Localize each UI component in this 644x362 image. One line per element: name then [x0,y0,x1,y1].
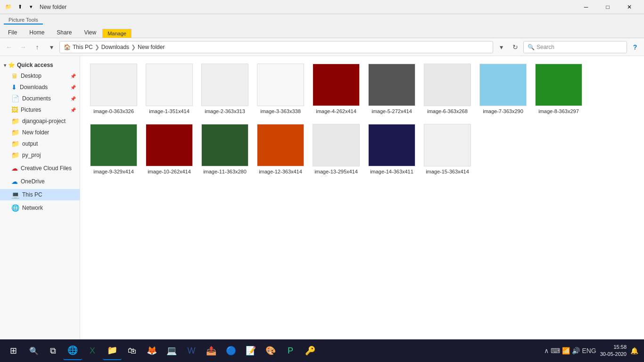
maximize-button[interactable]: □ [597,0,619,14]
file-name-0: image-0-363x326 [93,108,134,115]
taskbar-explorer[interactable]: 📁 [103,341,122,360]
address-path[interactable]: 🏠 This PC ❯ Downloads ❯ New folder [59,41,493,53]
this-pc-section: 💻 This PC [0,189,80,200]
path-sep-2: ❯ [131,44,136,50]
file-item-6[interactable]: image-6-363x268 [421,61,473,117]
creative-cloud-section: ☁ Creative Cloud Files [0,163,80,174]
pyproj-icon: 📁 [11,151,19,159]
sidebar-item-desktop[interactable]: 🖥 Desktop 📌 [0,70,80,82]
close-button[interactable]: ✕ [619,0,640,14]
tab-share[interactable]: Share [50,27,78,38]
file-name-7: image-7-363x290 [483,108,523,115]
taskbar-paint[interactable]: 🎨 [261,341,280,360]
taskbar-excel[interactable]: X [83,341,102,360]
path-new-folder[interactable]: New folder [138,44,165,50]
newfolder-icon: 📁 [11,129,19,136]
file-item-9[interactable]: image-9-329x414 [88,121,140,178]
tab-home[interactable]: Home [23,27,50,38]
sidebar-item-pictures[interactable]: 🖼 Pictures 📌 [0,104,80,115]
picture-tools-label: Picture Tools [4,16,43,25]
tray-up-arrow[interactable]: ∧ [544,347,549,354]
taskbar-chrome[interactable]: 🔵 [222,341,240,360]
sidebar-item-djangoapi[interactable]: 📁 djangoapi-project [0,115,80,127]
taskbar-firefox[interactable]: 🦊 [142,341,161,360]
output-icon: 📁 [11,140,19,148]
start-button[interactable]: ⊞ [2,339,25,362]
taskbar-app3[interactable]: 🔑 [301,341,320,360]
file-item-4[interactable]: image-4-262x414 [310,61,362,117]
file-item-0[interactable]: image-0-363x326 [88,61,140,117]
tab-manage[interactable]: Manage [102,29,132,38]
tray-keyboard[interactable]: ⌨ [551,347,560,354]
taskbar-search-button[interactable]: 🔍 [25,342,42,359]
sidebar-item-newfolder[interactable]: 📁 New folder [0,127,80,138]
file-item-1[interactable]: image-1-351x414 [143,61,195,117]
taskbar-sticky[interactable]: 📝 [241,341,260,360]
sidebar-item-creative-cloud[interactable]: ☁ Creative Cloud Files [0,163,80,174]
path-downloads[interactable]: Downloads [101,44,129,50]
forward-button[interactable]: → [17,41,29,53]
tb-icon-2: ▾ [26,2,36,12]
sidebar-item-cc-label: Creative Cloud Files [21,165,72,172]
tray-icons: ∧ ⌨ 📶 🔊 ENG [544,347,596,354]
sidebar-item-network-label: Network [22,205,43,211]
file-item-13[interactable]: image-13-295x414 [310,121,362,178]
taskbar-app1[interactable]: 💻 [162,341,181,360]
file-item-3[interactable]: image-3-363x338 [255,61,306,117]
path-this-pc[interactable]: This PC [73,44,93,50]
up-button[interactable]: ↑ [31,41,43,53]
file-item-7[interactable]: image-7-363x290 [477,61,529,117]
file-item-15[interactable]: image-15-363x414 [421,121,473,178]
tab-file[interactable]: File [2,27,23,38]
help-button[interactable]: ? [629,41,641,53]
file-item-10[interactable]: image-10-262x414 [143,121,195,178]
search-placeholder: Search [537,44,554,50]
minimize-button[interactable]: ─ [575,0,597,14]
file-item-5[interactable]: image-5-272x414 [366,61,418,117]
file-name-9: image-9-329x414 [93,168,134,175]
tray-volume[interactable]: 🔊 [572,347,580,354]
path-dropdown-button[interactable]: ▾ [495,41,507,53]
file-name-15: image-15-363x414 [426,168,469,175]
taskbar-pycharm[interactable]: P [281,341,300,360]
taskbar-edge[interactable]: 🌐 [63,341,82,360]
recent-locations-button[interactable]: ▾ [45,41,58,53]
tray-lang[interactable]: ENG [582,347,596,354]
taskbar-clock[interactable]: 15:58 30-05-2020 [600,344,627,358]
taskbar-word[interactable]: W [182,341,201,360]
taskbar-task-view[interactable]: ⧉ [43,341,62,360]
quick-access-header[interactable]: ▾ ⭐ Quick access [0,60,80,70]
onedrive-section: ☁ OneDrive [0,176,80,187]
path-sep-1: ❯ [95,44,99,50]
sidebar-item-onedrive[interactable]: ☁ OneDrive [0,176,80,187]
taskbar-app2[interactable]: 📤 [202,341,221,360]
tray-network[interactable]: 📶 [562,347,570,354]
file-item-2[interactable]: image-2-363x313 [199,61,251,117]
sidebar-item-network[interactable]: 🌐 Network [0,202,80,214]
file-name-3: image-3-363x338 [260,108,301,115]
back-button[interactable]: ← [3,41,15,53]
sidebar-item-djangoapi-label: djangoapi-project [22,118,66,124]
network-section: 🌐 Network [0,202,80,214]
sidebar-item-this-pc[interactable]: 💻 This PC [0,189,80,200]
file-item-14[interactable]: image-14-363x411 [366,121,418,178]
search-icon: 🔍 [528,44,535,50]
main-layout: ▾ ⭐ Quick access 🖥 Desktop 📌 ⬇ Downloads… [0,56,644,348]
file-item-8[interactable]: image-8-363x297 [533,61,585,117]
sidebar-item-output[interactable]: 📁 output [0,138,80,149]
refresh-button[interactable]: ↻ [509,41,521,53]
tray-notification[interactable]: 🔔 [630,347,638,354]
quick-access-section: ▾ ⭐ Quick access 🖥 Desktop 📌 ⬇ Downloads… [0,60,80,161]
search-box[interactable]: 🔍 Search [523,41,627,53]
sidebar-item-pyproj[interactable]: 📁 py_proj [0,149,80,161]
files-grid: image-0-363x326image-1-351x414image-2-36… [88,61,636,178]
file-name-12: image-12-363x414 [259,168,302,175]
sidebar-item-documents[interactable]: 📄 Documents 📌 [0,93,80,104]
tab-view[interactable]: View [78,27,102,38]
taskbar-store[interactable]: 🛍 [123,341,141,360]
sidebar-item-this-pc-label: This PC [22,191,42,198]
sidebar-item-downloads[interactable]: ⬇ Downloads 📌 [0,82,80,93]
file-item-12[interactable]: image-12-363x414 [255,121,306,178]
pictures-icon: 🖼 [11,106,18,114]
file-item-11[interactable]: image-11-363x280 [199,121,251,178]
